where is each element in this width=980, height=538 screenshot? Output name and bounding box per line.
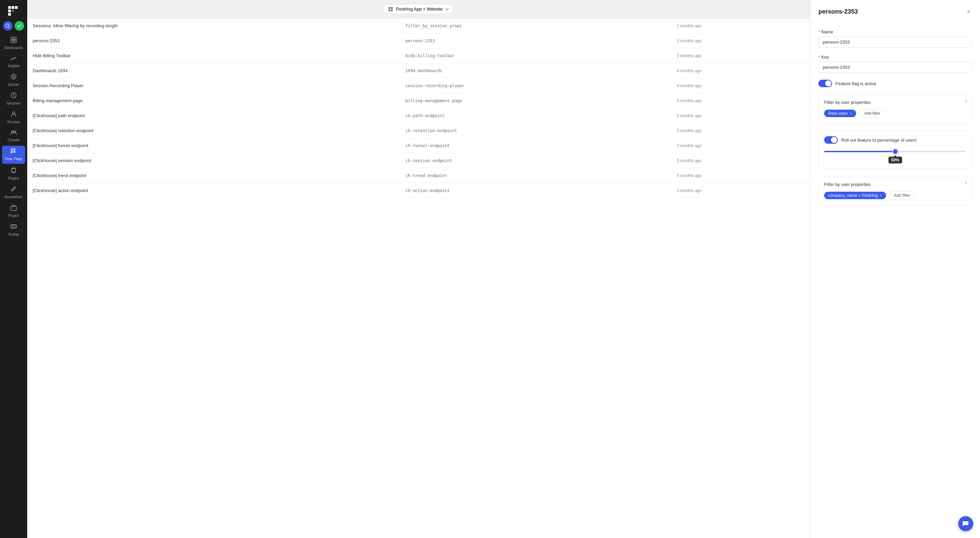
search-button[interactable] (3, 21, 13, 30)
add-filter-button-2[interactable]: Add filter (889, 191, 915, 200)
sidebar-item-cohorts[interactable]: Cohorts (0, 127, 27, 145)
row-key: ch-retention-endpoint (400, 123, 671, 138)
svg-rect-1 (11, 6, 14, 9)
row-name: [Clickhouse] funnel endpoint (27, 138, 400, 153)
table-row[interactable]: [Clickhouse] retention endpoint ch-reten… (27, 123, 810, 138)
table-row[interactable]: [Clickhouse] action endpoint ch-action-e… (27, 183, 810, 198)
add-filter-button-1[interactable]: Add filter (859, 109, 885, 118)
sidebar-item-dashboards[interactable]: Dashboards (0, 34, 27, 53)
svg-rect-10 (11, 40, 13, 43)
row-key: filter_by_session_props (400, 18, 671, 34)
svg-rect-32 (391, 10, 393, 11)
table-row[interactable]: [Clickhouse] trend endpoint ch-trend-end… (27, 168, 810, 183)
rollout-slider[interactable] (824, 151, 966, 152)
chevron-down-icon (445, 8, 449, 10)
company-name-tag-close[interactable]: × (880, 193, 882, 198)
svg-rect-4 (11, 10, 14, 12)
table-row[interactable]: [Clickhouse] session endpoint ch-session… (27, 153, 810, 168)
active-toggle-label: Feature flag is active (835, 81, 876, 86)
svg-rect-0 (8, 6, 11, 9)
svg-line-23 (14, 188, 15, 188)
key-input[interactable] (818, 62, 972, 73)
row-created: 5 months ago (671, 168, 810, 183)
chat-button[interactable] (958, 516, 973, 531)
row-name: Dashboards 1694 (27, 63, 400, 78)
panel-header: persons-2353 × (810, 0, 980, 22)
svg-rect-31 (388, 10, 390, 11)
filter-section-2-close[interactable]: × (965, 180, 967, 186)
name-label: * Name (818, 29, 972, 34)
row-name: Billing management page (27, 93, 400, 108)
filter-section-2-tags: company_name = PostHog × Add filter (824, 191, 966, 200)
rollout-toggle[interactable] (824, 136, 838, 144)
name-input[interactable] (818, 37, 972, 48)
rollout-title: Roll out feature to percentage of users (841, 137, 916, 143)
svg-rect-11 (14, 40, 16, 43)
row-key: ch-path-endpoint (400, 108, 671, 123)
real-users-tag-label: Real users (828, 111, 848, 116)
table-row[interactable]: persons-2353 persons-2353 2 months ago (27, 34, 810, 48)
sidebar-item-sessions[interactable]: Sessions (0, 89, 27, 108)
content-area: PostHog App + Website Sessions: Allow fi… (27, 0, 980, 538)
table-row[interactable]: Dashboards 1694 1694-dashboards 4 months… (27, 63, 810, 78)
logo[interactable] (8, 5, 20, 18)
real-users-tag[interactable]: Real users × (824, 110, 856, 117)
filter-section-2: × Filter by user properties company_name… (818, 176, 972, 206)
svg-rect-30 (391, 7, 393, 9)
svg-rect-2 (15, 6, 18, 9)
svg-marker-12 (11, 74, 16, 79)
real-users-tag-close[interactable]: × (850, 111, 852, 116)
rollout-section: Roll out feature to percentage of users … (818, 131, 972, 169)
row-created: 3 months ago (671, 48, 810, 63)
row-key: 1694-dashboards (400, 63, 671, 78)
row-key: ch-funnel-endpoint (400, 138, 671, 153)
panel-close-button[interactable]: × (966, 7, 972, 17)
row-name: [Clickhouse] trend endpoint (27, 168, 400, 183)
header: PostHog App + Website (27, 0, 810, 18)
filter-section-1: × Filter by user properties Real users ×… (818, 94, 972, 124)
active-toggle-row: Feature flag is active (818, 80, 972, 87)
filter-section-1-tags: Real users × Add filter (824, 109, 966, 118)
filter-section-1-close[interactable]: × (965, 98, 967, 104)
filter-section-1-title: Filter by user properties (824, 100, 966, 105)
row-key: ch-session-endpoint (400, 153, 671, 168)
row-created: 5 months ago (671, 153, 810, 168)
sidebar: Dashboards Insights Events Sessions (0, 0, 27, 538)
table-row[interactable]: [Clickhouse] funnel endpoint ch-funnel-e… (27, 138, 810, 153)
row-key: hide-billing-toolbar (400, 48, 671, 63)
row-key: ch-trend-endpoint (400, 168, 671, 183)
project-selector[interactable]: PostHog App + Website (384, 4, 453, 14)
project-name: PostHog App + Website (396, 6, 442, 11)
sidebar-item-toolbar[interactable]: Toolbar (0, 221, 27, 239)
sidebar-item-events[interactable]: Events (0, 71, 27, 89)
panel-body: * Name * Key Feature flag is active (810, 22, 980, 212)
company-name-tag[interactable]: company_name = PostHog × (824, 192, 886, 199)
table-row[interactable]: Session Recording Player session-recordi… (27, 78, 810, 93)
sidebar-item-project[interactable]: Project (0, 202, 27, 221)
row-name: [Clickhouse] session endpoint (27, 153, 400, 168)
svg-rect-3 (8, 10, 11, 12)
sidebar-item-persons[interactable]: Persons (0, 108, 27, 127)
row-name: [Clickhouse] retention endpoint (27, 123, 400, 138)
sidebar-item-feat-flags[interactable]: Feat. Flags (2, 146, 25, 164)
company-name-tag-label: company_name = PostHog (828, 193, 878, 198)
sidebar-item-annotations[interactable]: Annotations (0, 183, 27, 202)
table-row[interactable]: Billing management page billing-manageme… (27, 93, 810, 108)
row-name: Sessions: Allow filtering by recording l… (27, 18, 400, 34)
svg-rect-29 (388, 7, 390, 9)
table-row[interactable]: [Clickhouse] path endpoint ch-path-endpo… (27, 108, 810, 123)
svg-line-7 (9, 27, 10, 28)
svg-rect-9 (14, 37, 16, 40)
table-row[interactable]: Sessions: Allow filtering by recording l… (27, 18, 810, 34)
sidebar-item-insights[interactable]: Insights (0, 53, 27, 71)
active-toggle[interactable] (818, 80, 832, 87)
filter-section-2-title: Filter by user properties (824, 182, 966, 187)
table-row[interactable]: Hide Billing Toolbar hide-billing-toolba… (27, 48, 810, 63)
row-key: ch-action-endpoint (400, 183, 671, 198)
sidebar-item-plugins[interactable]: Plugins (0, 164, 27, 183)
row-name: persons-2353 (27, 34, 400, 48)
row-created: 5 months ago (671, 108, 810, 123)
check-button[interactable] (14, 21, 24, 30)
row-created: 5 months ago (671, 123, 810, 138)
row-created: 5 months ago (671, 93, 810, 108)
